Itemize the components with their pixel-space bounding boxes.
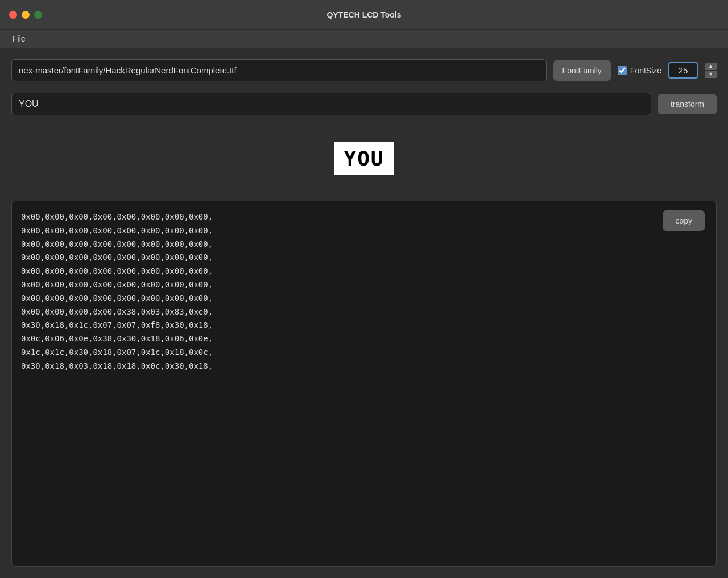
window-title: QYTECH LCD Tools <box>326 10 401 19</box>
transform-row: transform <box>11 93 717 115</box>
copy-button[interactable]: copy <box>663 210 705 231</box>
font-path-input[interactable] <box>11 59 547 81</box>
preview-text: YOU <box>344 147 384 170</box>
titlebar: QYTECH LCD Tools <box>0 0 728 30</box>
spinner-up-button[interactable]: ▲ <box>705 63 717 70</box>
font-row: FontFamily FontSize ▲ ▼ <box>11 59 717 81</box>
font-size-spinner: ▲ ▼ <box>705 63 717 78</box>
close-button[interactable] <box>9 11 17 19</box>
menubar: File <box>0 30 728 48</box>
font-size-checkbox[interactable] <box>618 66 627 75</box>
preview-area: YOU <box>11 127 717 189</box>
hex-output[interactable]: 0x00,0x00,0x00,0x00,0x00,0x00,0x00,0x00,… <box>12 201 716 566</box>
transform-button[interactable]: transform <box>658 94 717 114</box>
preview-box: YOU <box>334 142 393 175</box>
font-family-button[interactable]: FontFamily <box>553 60 611 81</box>
window-controls <box>9 11 42 19</box>
text-input[interactable] <box>11 93 651 115</box>
font-size-checkbox-label: FontSize <box>618 66 661 75</box>
minimize-button[interactable] <box>22 11 30 19</box>
file-menu[interactable]: File <box>9 33 29 44</box>
spinner-down-button[interactable]: ▼ <box>705 71 717 78</box>
font-size-label: FontSize <box>630 66 661 75</box>
font-size-input[interactable] <box>668 62 698 79</box>
maximize-button[interactable] <box>34 11 42 19</box>
main-content: FontFamily FontSize ▲ ▼ transform YOU 0x… <box>0 48 728 578</box>
output-area: 0x00,0x00,0x00,0x00,0x00,0x00,0x00,0x00,… <box>11 201 717 567</box>
copy-btn-wrapper: copy <box>663 210 705 231</box>
